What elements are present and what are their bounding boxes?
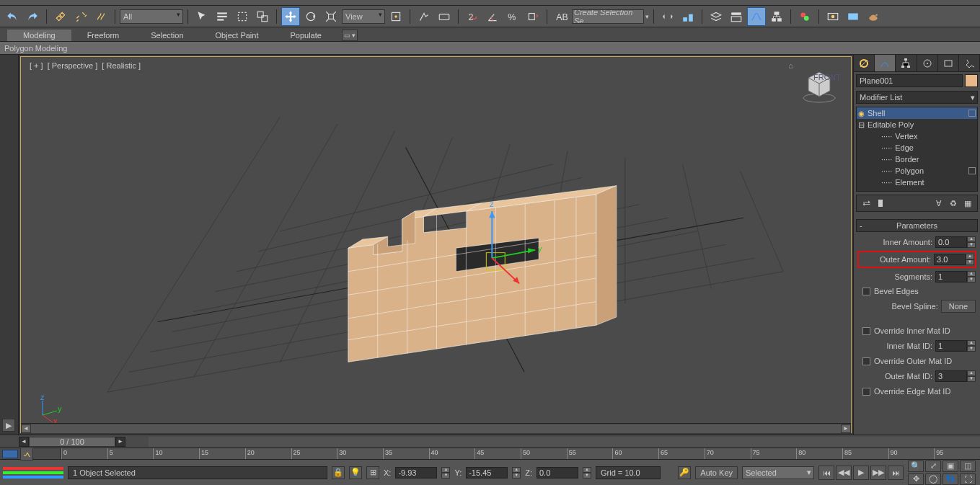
selection-lock-icon[interactable]: 🔒	[332, 466, 345, 479]
time-slider[interactable]: ◄ 0 / 100 ►	[0, 435, 980, 448]
transform-y-field[interactable]	[466, 467, 508, 479]
tab-modeling[interactable]: Modeling	[7, 30, 71, 41]
rotate-icon[interactable]	[301, 7, 320, 26]
ref-coord-dropdown[interactable]: View	[342, 9, 385, 24]
manipulate-icon[interactable]	[415, 7, 433, 26]
select-by-name-icon[interactable]	[213, 7, 231, 26]
walk-through-icon[interactable]: 👣	[943, 473, 958, 485]
parameters-rollout[interactable]: -Parameters	[856, 219, 978, 232]
rect-select-icon[interactable]	[233, 7, 252, 26]
play-icon[interactable]: ▶	[853, 466, 869, 480]
svg-rect-21	[777, 18, 782, 22]
render-setup-icon[interactable]	[824, 7, 842, 26]
tab-object-paint[interactable]: Object Paint	[200, 30, 275, 41]
outer-amount-spinner[interactable]: ▲▼	[934, 254, 974, 265]
toggle-ribbon-icon[interactable]	[727, 7, 746, 26]
bevel-edges-checkbox[interactable]	[862, 288, 870, 295]
goto-start-icon[interactable]: ⏮	[818, 466, 834, 480]
material-editor-icon[interactable]	[795, 7, 814, 26]
tab-populate[interactable]: Populate	[274, 30, 337, 41]
select-object-icon[interactable]	[193, 7, 211, 26]
ribbon-panel-label: Polygon Modeling	[0, 42, 980, 55]
pin-stack-icon[interactable]: ⮂	[859, 197, 873, 210]
modify-tab-icon[interactable]	[875, 55, 896, 71]
snap-percent-icon[interactable]: %	[503, 7, 522, 26]
bind-icon[interactable]	[92, 7, 110, 26]
inner-amount-spinner[interactable]: ▲▼	[935, 236, 976, 248]
render-frame-icon[interactable]	[844, 7, 862, 26]
remove-modifier-icon[interactable]: ♻	[946, 197, 961, 210]
object-color-swatch[interactable]	[965, 74, 978, 87]
override-edge-checkbox[interactable]	[862, 388, 870, 396]
viewport-nav-controls: 🔍 ⤢ ▣ ◫ ✥ ◯ 👣 ⛶	[908, 460, 977, 485]
mirror-icon[interactable]	[658, 7, 677, 26]
display-tab-icon[interactable]	[938, 55, 959, 71]
viewport-h-scrollbar[interactable]: ◄►	[21, 423, 851, 433]
svg-rect-13	[529, 13, 534, 19]
tab-freeform[interactable]: Freeform	[71, 30, 136, 41]
show-end-result-icon[interactable]	[873, 197, 888, 210]
hierarchy-tab-icon[interactable]	[896, 55, 917, 71]
bevel-spline-button[interactable]: None	[941, 300, 976, 313]
window-crossing-icon[interactable]	[253, 7, 272, 26]
curve-editor-icon[interactable]	[747, 7, 766, 26]
configure-sets-icon[interactable]: ▦	[961, 197, 975, 210]
spinner-snap-icon[interactable]	[524, 7, 542, 26]
move-icon[interactable]	[281, 7, 300, 26]
render-icon[interactable]	[864, 7, 883, 26]
viewport[interactable]: [ + ][ Perspective ][ Realistic ] ⌂ FRON…	[20, 56, 852, 433]
max-toggle-icon[interactable]: ⛶	[960, 473, 976, 485]
utilities-tab-icon[interactable]	[959, 55, 980, 71]
isolate-selection-icon[interactable]: 💡	[349, 466, 362, 479]
modifier-list-dropdown[interactable]: Modifier List	[856, 91, 978, 104]
snap-2d-icon[interactable]: 2	[463, 7, 482, 26]
svg-rect-78	[901, 66, 904, 68]
edit-named-sel-icon[interactable]: ABC	[552, 7, 570, 26]
key-mode-toggle[interactable]	[2, 450, 18, 458]
prev-frame-icon[interactable]: ◀◀	[836, 466, 852, 480]
zoom-extents-icon[interactable]: ▣	[943, 460, 958, 472]
auto-key-button[interactable]: Auto Key	[695, 466, 738, 479]
field-of-view-icon[interactable]: ◫	[960, 460, 976, 472]
orbit-icon[interactable]: ◯	[925, 473, 941, 485]
object-name-field[interactable]	[856, 74, 963, 87]
open-mini-curve-icon[interactable]	[20, 448, 33, 460]
align-icon[interactable]	[679, 7, 697, 26]
unlink-icon[interactable]	[71, 7, 90, 26]
time-slider-thumb[interactable]: 0 / 100	[29, 437, 115, 447]
scale-icon[interactable]	[322, 7, 340, 26]
redo-icon[interactable]	[23, 7, 42, 26]
goto-end-icon[interactable]: ⏭	[888, 466, 904, 480]
transform-x-field[interactable]	[395, 467, 437, 479]
keyboard-shortcut-icon[interactable]	[435, 7, 454, 26]
schematic-view-icon[interactable]	[767, 7, 786, 26]
maximize-viewport-toggle-icon[interactable]: ▶	[2, 419, 15, 432]
segments-spinner[interactable]: ▲▼	[935, 271, 976, 282]
override-inner-checkbox[interactable]	[862, 327, 870, 335]
absolute-relative-icon[interactable]: ⊞	[366, 466, 379, 479]
override-outer-checkbox[interactable]	[862, 357, 870, 365]
named-selection-set-field[interactable]: Create Selection Se	[572, 9, 644, 24]
inner-mat-id-spinner[interactable]: ▲▼	[935, 340, 976, 352]
key-icon[interactable]: 🔑	[678, 466, 691, 479]
zoom-icon[interactable]: 🔍	[908, 460, 924, 472]
key-filters-dropdown[interactable]: Selected	[742, 466, 814, 479]
undo-icon[interactable]	[3, 7, 22, 26]
outer-mat-id-spinner[interactable]: ▲▼	[935, 370, 976, 382]
track-bar[interactable]: 0510152025303540455055606570758085909510…	[0, 448, 980, 459]
ribbon-expander[interactable]: ▭ ▾	[342, 30, 358, 41]
selection-filter-dropdown[interactable]: All	[120, 9, 183, 24]
pan-icon[interactable]: ✥	[908, 473, 924, 485]
snap-angle-icon[interactable]	[483, 7, 502, 26]
transform-z-field[interactable]	[537, 467, 578, 479]
next-frame-icon[interactable]: ▶▶	[870, 466, 886, 480]
create-tab-icon[interactable]	[854, 55, 875, 71]
make-unique-icon[interactable]: ∀	[932, 197, 946, 210]
link-icon[interactable]	[51, 7, 70, 26]
zoom-all-icon[interactable]: ⤢	[925, 460, 941, 472]
motion-tab-icon[interactable]	[917, 55, 938, 71]
layers-icon[interactable]	[707, 7, 725, 26]
modifier-stack[interactable]: ◉Shell ⊟Editable Poly ·····Vertex ·····E…	[856, 107, 978, 192]
tab-selection[interactable]: Selection	[135, 30, 199, 41]
pivot-icon[interactable]	[387, 7, 405, 26]
